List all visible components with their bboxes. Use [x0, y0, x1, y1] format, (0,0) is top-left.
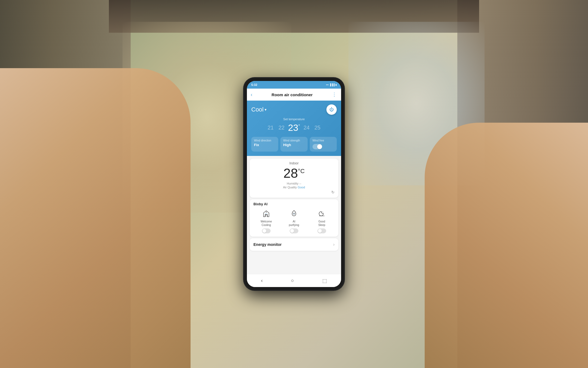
energy-monitor-label: Energy monitor — [253, 242, 281, 247]
ai-purifying-label: AIpurifying — [289, 220, 299, 227]
ai-purifying-toggle[interactable] — [290, 228, 298, 233]
wind-direction-value: Fix — [254, 143, 275, 147]
good-sleep-icon — [317, 209, 327, 219]
svg-point-3 — [323, 211, 323, 212]
wind-strength-value: High — [283, 143, 305, 147]
air-quality-row: Air Quality Good — [253, 186, 335, 189]
bixby-title: Bixby AI — [253, 202, 335, 206]
signal-icon: ▐▐▐ — [329, 83, 335, 86]
phone-wrapper: 5:32 ▪▪▪ ▐▐▐ ▮ ‹ Room air conditioner ⋮ … — [244, 78, 344, 290]
good-sleep-toggle[interactable] — [317, 228, 326, 233]
page-title: Room air conditioner — [272, 92, 313, 97]
indoor-humidity: Humidity -- — [253, 182, 335, 185]
nav-recent-button[interactable]: ⬚ — [318, 276, 331, 286]
indoor-temp-value: 28 — [283, 166, 298, 180]
refresh-row: ↻ — [253, 190, 335, 194]
mode-label: Cool — [251, 106, 264, 113]
temperature-row: 21 22 23° 24 25 — [251, 122, 337, 133]
wind-direction-label: Wind direction — [254, 139, 275, 142]
content-area: Indoor 28°C Humidity -- Air Quality Good… — [247, 156, 341, 274]
air-quality-label: Air Quality — [283, 186, 297, 189]
bixby-card: Bixby AI WelcomeCooli — [250, 199, 338, 237]
svg-point-0 — [266, 212, 267, 212]
wind-strength-card[interactable]: Wind strength High — [280, 137, 307, 152]
wifi-icon: ▪▪▪ — [326, 83, 329, 86]
welcome-cooling-icon — [261, 209, 271, 219]
welcome-cooling-toggle[interactable] — [262, 228, 271, 233]
temp-21[interactable]: 21 — [265, 125, 276, 131]
welcome-cooling-label: WelcomeCooling — [261, 220, 272, 227]
toggle-thumb-2 — [290, 229, 294, 233]
blue-panel: Cool ▾ ⏻ Set temperature 21 22 23° 24 25 — [247, 101, 341, 156]
temp-25[interactable]: 25 — [312, 125, 323, 131]
indoor-temp-unit: °C — [298, 168, 305, 174]
bixby-item-welcome-cooling[interactable]: WelcomeCooling — [253, 209, 279, 233]
indoor-card: Indoor 28°C Humidity -- Air Quality Good… — [250, 159, 338, 198]
air-quality-value: Good — [298, 186, 305, 189]
hand-right — [425, 123, 588, 368]
indoor-title: Indoor — [253, 161, 335, 165]
ai-purifying-icon — [289, 209, 299, 219]
indoor-temperature: 28°C — [253, 166, 335, 181]
home-bar: ‹ ○ ⬚ — [247, 274, 341, 287]
nav-home-button[interactable]: ○ — [287, 276, 298, 286]
menu-button[interactable]: ⋮ — [332, 92, 337, 98]
bixby-item-good-sleep[interactable]: GoodSleep — [309, 209, 335, 233]
good-sleep-label: GoodSleep — [318, 220, 325, 227]
toggle-thumb — [317, 144, 322, 149]
nav-back-button[interactable]: ‹ — [257, 276, 267, 286]
refresh-icon[interactable]: ↻ — [331, 190, 335, 194]
svg-point-2 — [323, 213, 324, 213]
status-bar: 5:32 ▪▪▪ ▐▐▐ ▮ — [247, 81, 341, 89]
power-icon: ⏻ — [329, 107, 334, 112]
bixby-item-ai-purifying[interactable]: AIpurifying — [281, 209, 307, 233]
degree-symbol: ° — [298, 124, 300, 128]
wind-direction-card[interactable]: Wind direction Fix — [251, 137, 278, 152]
toggle-thumb-3 — [318, 229, 322, 233]
bixby-items: WelcomeCooling — [253, 209, 335, 233]
status-icons: ▪▪▪ ▐▐▐ ▮ — [326, 83, 337, 86]
mode-dropdown-icon: ▾ — [265, 107, 267, 112]
wind-strength-label: Wind strength — [283, 139, 305, 142]
wind-free-label: Wind free — [313, 139, 324, 142]
back-button[interactable]: ‹ — [251, 92, 252, 98]
wind-free-toggle[interactable] — [313, 144, 322, 149]
energy-monitor-row[interactable]: Energy monitor › — [250, 238, 338, 251]
svg-point-1 — [322, 212, 322, 212]
temp-24[interactable]: 24 — [301, 125, 312, 131]
phone-screen: 5:32 ▪▪▪ ▐▐▐ ▮ ‹ Room air conditioner ⋮ … — [247, 81, 341, 287]
power-button[interactable]: ⏻ — [326, 104, 337, 115]
set-temperature-label: Set temperature — [251, 117, 337, 121]
temp-23-active[interactable]: 23° — [287, 122, 301, 133]
energy-monitor-arrow: › — [333, 242, 335, 247]
controls-row: Wind direction Fix Wind strength High Wi… — [251, 137, 337, 152]
phone-device: 5:32 ▪▪▪ ▐▐▐ ▮ ‹ Room air conditioner ⋮ … — [244, 78, 344, 290]
hand-left — [0, 68, 191, 368]
mode-selector[interactable]: Cool ▾ — [251, 106, 267, 113]
wind-free-card[interactable]: Wind free — [310, 137, 337, 152]
status-time: 5:32 — [251, 83, 257, 86]
battery-icon: ▮ — [335, 83, 337, 86]
mode-row: Cool ▾ ⏻ — [251, 104, 337, 115]
toggle-thumb-1 — [262, 229, 266, 233]
top-bar: ‹ Room air conditioner ⋮ — [247, 89, 341, 101]
temp-22[interactable]: 22 — [276, 125, 287, 131]
